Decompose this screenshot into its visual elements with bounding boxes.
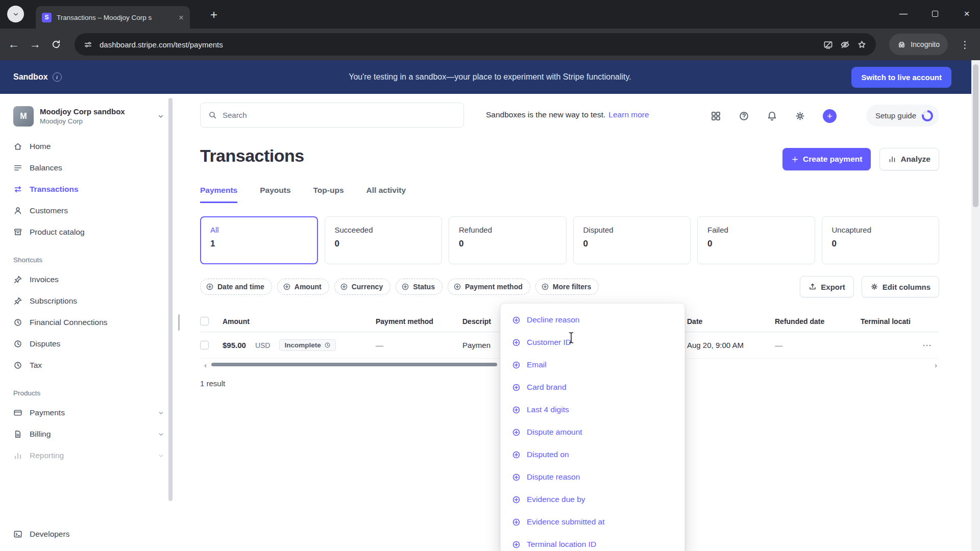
filter-card-succeeded[interactable]: Succeeded 0 — [325, 216, 443, 264]
learn-more-link[interactable]: Learn more — [608, 110, 649, 119]
plus-circle-icon — [512, 383, 521, 392]
sidebar-item-financial-connections[interactable]: Financial Connections — [0, 312, 178, 333]
create-payment-button[interactable]: Create payment — [782, 148, 871, 170]
reload-icon[interactable] — [51, 39, 61, 49]
address-bar[interactable]: dashboard.stripe.com/test/payments — [75, 33, 876, 56]
row-checkbox[interactable] — [200, 341, 209, 349]
edit-columns-button[interactable]: Edit columns — [862, 276, 939, 297]
sidebar-item-billing[interactable]: Billing — [0, 423, 178, 445]
sidebar-item-label: Billing — [30, 430, 51, 439]
browser-tab[interactable]: S Transactions – Moodjoy Corp s × — [36, 6, 190, 29]
filter-chip-currency[interactable]: Currency — [334, 279, 390, 295]
search-input[interactable] — [223, 111, 456, 119]
column-header-payment-method[interactable]: Payment method — [376, 317, 462, 325]
menu-item-evidence-due-by[interactable]: Evidence due by — [501, 488, 684, 511]
chevron-down-icon[interactable] — [158, 410, 164, 416]
scroll-right-icon[interactable]: › — [935, 361, 937, 369]
browser-menu-kebab-icon[interactable]: ⋮ — [958, 39, 972, 51]
column-header-refunded-date[interactable]: Refunded date — [775, 317, 861, 325]
maximize-icon[interactable] — [930, 9, 940, 19]
scroll-left-icon[interactable]: ‹ — [204, 361, 207, 369]
sidebar-item-developers[interactable]: Developers — [0, 523, 178, 545]
menu-item-card-brand[interactable]: Card brand — [501, 376, 684, 398]
filter-chip-date-and-time[interactable]: Date and time — [200, 279, 272, 295]
pane-resize-handle[interactable] — [178, 314, 180, 331]
sidebar-item-customers[interactable]: Customers — [0, 200, 178, 221]
chevron-down-icon[interactable] — [158, 453, 164, 459]
sidebar-item-disputes[interactable]: Disputes — [0, 333, 178, 355]
filter-chip-payment-method[interactable]: Payment method — [448, 279, 530, 295]
menu-item-terminal-location-id[interactable]: Terminal location ID — [501, 533, 684, 551]
bell-icon[interactable] — [767, 111, 777, 121]
menu-item-dispute-reason[interactable]: Dispute reason — [501, 466, 684, 488]
menu-item-label: Dispute amount — [527, 428, 582, 437]
switch-to-live-button[interactable]: Switch to live account — [851, 67, 951, 88]
filter-card-failed[interactable]: Failed 0 — [697, 216, 815, 264]
menu-item-email[interactable]: Email — [501, 354, 684, 376]
sidebar-item-product-catalog[interactable]: Product catalog — [0, 221, 178, 243]
apps-grid-icon[interactable] — [710, 111, 721, 121]
scrollbar-thumb[interactable] — [973, 64, 978, 207]
setup-guide-button[interactable]: Setup guide — [866, 105, 939, 127]
analyze-button[interactable]: Analyze — [879, 148, 939, 170]
help-icon[interactable] — [739, 111, 749, 121]
sidebar-item-transactions[interactable]: Transactions — [0, 179, 178, 200]
plus-circle-icon — [512, 316, 521, 324]
column-header-terminal-location[interactable]: Terminal locati — [861, 317, 939, 325]
menu-item-evidence-submitted-at[interactable]: Evidence submitted at — [501, 511, 684, 533]
filter-chip-more-filters[interactable]: More filters — [535, 279, 599, 295]
tab-top-ups[interactable]: Top-ups — [313, 186, 344, 203]
browser-profile-button[interactable] — [7, 6, 24, 22]
minimize-icon[interactable]: — — [898, 9, 909, 19]
page-scrollbar[interactable] — [971, 60, 980, 551]
close-window-icon[interactable]: × — [962, 9, 972, 19]
filter-chip-status[interactable]: Status — [396, 279, 443, 295]
plus-circle-icon — [512, 495, 521, 504]
sidebar-scrollbar[interactable] — [168, 98, 173, 501]
filter-card-uncaptured[interactable]: Uncaptured 0 — [822, 216, 940, 264]
sidebar-item-balances[interactable]: Balances — [0, 157, 178, 179]
tab-payouts[interactable]: Payouts — [260, 186, 290, 203]
search-box[interactable] — [200, 103, 464, 128]
tab-all-activity[interactable]: All activity — [366, 186, 406, 203]
tab-close-icon[interactable]: × — [179, 13, 184, 22]
bookmark-star-icon[interactable] — [857, 40, 867, 49]
select-all-checkbox[interactable] — [200, 317, 209, 325]
site-settings-icon[interactable] — [84, 40, 92, 49]
filter-chip-amount[interactable]: Amount — [277, 279, 329, 295]
tab-payments[interactable]: Payments — [200, 186, 237, 203]
filter-card-disputed[interactable]: Disputed 0 — [573, 216, 691, 264]
menu-item-customer-id[interactable]: Customer ID — [501, 331, 684, 354]
back-icon[interactable]: ← — [8, 39, 19, 50]
column-header-date[interactable]: Date — [687, 317, 775, 325]
chevron-down-icon[interactable] — [158, 431, 164, 438]
screen-share-off-icon[interactable] — [823, 40, 833, 49]
forward-icon[interactable]: → — [30, 39, 41, 50]
sidebar-item-payments[interactable]: Payments — [0, 402, 178, 423]
filter-chip-label: Amount — [295, 283, 322, 291]
account-switcher[interactable]: M Moodjoy Corp sandbox Moodjoy Corp — [0, 94, 178, 136]
url-text[interactable]: dashboard.stripe.com/test/payments — [100, 40, 816, 49]
filter-card-all[interactable]: All 1 — [200, 216, 318, 264]
menu-item-disputed-on[interactable]: Disputed on — [501, 443, 684, 466]
row-more-icon[interactable]: ⋯ — [861, 340, 939, 351]
sidebar-item-home[interactable]: Home — [0, 136, 178, 157]
eye-off-icon[interactable] — [840, 40, 850, 49]
sidebar-item-reporting[interactable]: Reporting — [0, 445, 178, 466]
filter-card-refunded[interactable]: Refunded 0 — [449, 216, 567, 264]
menu-item-last-4-digits[interactable]: Last 4 digits — [501, 398, 684, 421]
column-header-amount[interactable]: Amount — [223, 317, 376, 325]
gear-icon[interactable] — [795, 111, 805, 121]
new-tab-button[interactable]: + — [210, 8, 217, 22]
info-icon[interactable]: i — [53, 72, 62, 82]
clock-icon — [324, 342, 331, 348]
sidebar-item-invoices[interactable]: Invoices — [0, 269, 178, 290]
sidebar-item-tax[interactable]: Tax — [0, 355, 178, 376]
chevron-down-icon — [12, 11, 19, 18]
create-new-icon[interactable]: + — [823, 109, 837, 123]
sidebar-item-subscriptions[interactable]: Subscriptions — [0, 290, 178, 312]
menu-item-dispute-amount[interactable]: Dispute amount — [501, 421, 684, 443]
export-button[interactable]: Export — [800, 276, 854, 297]
menu-item-decline-reason[interactable]: Decline reason — [501, 309, 684, 331]
scrollbar-thumb[interactable] — [211, 363, 497, 366]
